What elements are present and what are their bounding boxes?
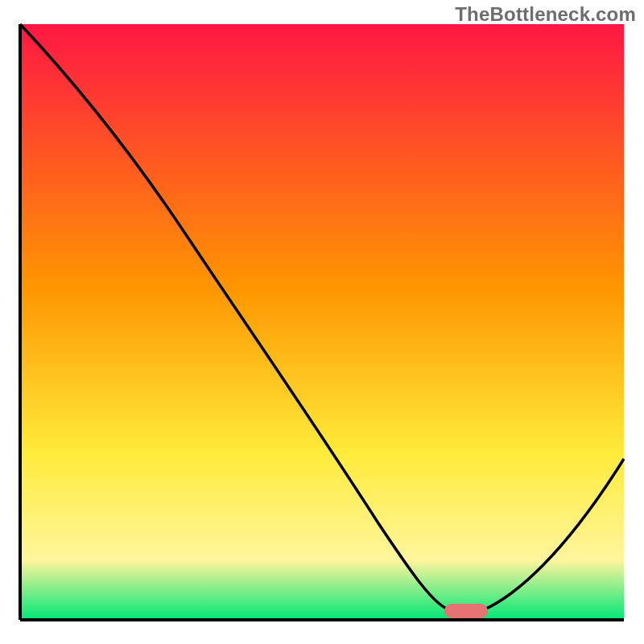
chart-stage: TheBottleneck.com: [0, 0, 644, 644]
optimal-marker: [444, 604, 488, 618]
bottleneck-chart: [0, 0, 644, 644]
watermark-text: TheBottleneck.com: [455, 3, 636, 26]
plot-gradient-bg: [20, 24, 624, 620]
